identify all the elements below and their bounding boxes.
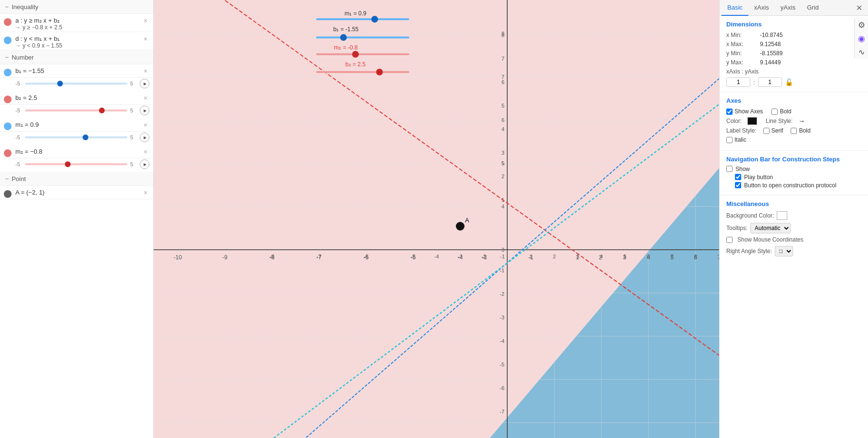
tab-basic[interactable]: Basic: [721, 0, 748, 16]
axes-title: Axes: [726, 97, 861, 104]
show-axes-checkbox[interactable]: [726, 109, 733, 115]
m2-thumb[interactable]: [352, 51, 359, 58]
svg-text:5: 5: [623, 254, 626, 259]
tooltips-select[interactable]: Automatic: [750, 223, 791, 233]
xmin-value: -10.8745: [760, 32, 782, 38]
b2-play-btn[interactable]: [140, 106, 149, 115]
point-section-header: − Point: [0, 172, 153, 186]
right-panel-close-btn[interactable]: ✕: [852, 1, 866, 14]
item-m2-dot: [4, 149, 12, 157]
nav-protocol-checkbox[interactable]: [735, 182, 741, 188]
item-A-dot: [4, 190, 12, 198]
item-d-close[interactable]: ×: [142, 35, 149, 43]
serif-cb-label[interactable]: Serif: [763, 127, 783, 134]
b1-slider-row: -5 5: [0, 78, 153, 91]
right-angle-select[interactable]: □: [775, 246, 793, 256]
item-A-close[interactable]: ×: [142, 189, 149, 196]
nav-show-checkbox[interactable]: [726, 166, 733, 172]
b2-graph-thumb[interactable]: [376, 69, 383, 75]
xmax-value: 9.12548: [760, 41, 781, 48]
right-tabs-bar: Basic xAxis yAxis Grid ✕: [720, 0, 868, 16]
m1-slider-thumb[interactable]: [83, 134, 88, 140]
axes-color-swatch[interactable]: [747, 117, 757, 125]
m1-thumb[interactable]: [371, 16, 378, 23]
xmin-row: x Min: -10.8745: [726, 32, 861, 38]
nav-play-checkbox[interactable]: [735, 174, 741, 180]
graph-svg[interactable]: -10 -9 -8 -7 -6 -5 -4 -3 -1 1 2 3 4 5 6 …: [154, 0, 719, 438]
b1-graph-thumb[interactable]: [340, 34, 347, 41]
palette-icon-btn[interactable]: ◉: [855, 32, 868, 45]
right-panel: Basic xAxis yAxis Grid ✕ ⚙ ◉ ∿ Dimension…: [719, 0, 868, 438]
bg-color-swatch[interactable]: [777, 211, 787, 220]
item-m1-close[interactable]: ×: [142, 121, 149, 129]
item-b2-close[interactable]: ×: [142, 94, 149, 102]
nav-show-text: Show: [735, 166, 750, 172]
b1-slider-track[interactable]: [25, 83, 127, 85]
item-a-close[interactable]: ×: [142, 17, 149, 24]
svg-text:-8: -8: [269, 254, 274, 259]
italic-cb-label[interactable]: Italic: [726, 136, 746, 143]
tooltips-label: Tooltips:: [726, 225, 747, 231]
nav-play-row: Play button: [726, 174, 861, 181]
tab-yaxis[interactable]: yAxis: [775, 0, 801, 16]
m2-slider-track[interactable]: [25, 163, 127, 165]
lock-icon[interactable]: 🔓: [785, 78, 793, 86]
serif-checkbox[interactable]: [763, 128, 770, 134]
nav-bar-title: Navigation Bar for Construction Steps: [726, 156, 861, 163]
italic-checkbox[interactable]: [726, 137, 733, 143]
dimensions-section: Dimensions x Min: -10.8745 x Max: 9.1254…: [720, 16, 868, 92]
b2-min-label: -5: [15, 108, 22, 113]
svg-text:8: 8: [694, 254, 697, 259]
item-d-dot: [4, 36, 12, 44]
ymax-value: 9.14449: [760, 59, 781, 66]
item-m2-close[interactable]: ×: [142, 148, 149, 156]
item-m1-dot: [4, 122, 12, 130]
number-collapse-btn[interactable]: −: [5, 53, 9, 61]
ymin-row: y Min: -8.15589: [726, 50, 861, 57]
m2-play-btn[interactable]: [140, 159, 149, 169]
function-icon-btn[interactable]: ∿: [855, 45, 868, 59]
arrow-sym-d: →: [15, 43, 21, 49]
m2-slider-thumb[interactable]: [65, 161, 71, 167]
svg-text:7: 7: [501, 56, 504, 61]
tab-grid[interactable]: Grid: [801, 0, 825, 16]
dimensions-title: Dimensions: [726, 21, 861, 28]
graph-canvas-area[interactable]: -10 -9 -8 -7 -6 -5 -4 -3 -1 1 2 3 4 5 6 …: [154, 0, 719, 438]
svg-text:-1: -1: [500, 254, 505, 259]
bold-cb-label[interactable]: Bold: [771, 108, 791, 115]
bold2-checkbox[interactable]: [791, 128, 797, 134]
gear-icon-btn[interactable]: ⚙: [855, 18, 868, 32]
ymin-label: y Min:: [726, 50, 760, 57]
arrow-sym-a: →: [15, 24, 21, 30]
right-angle-label: Right Angle Style:: [726, 248, 772, 255]
m1-slider-track[interactable]: [25, 136, 127, 138]
item-b1-close[interactable]: ×: [142, 67, 149, 75]
inequality-collapse-btn[interactable]: −: [5, 3, 9, 11]
item-m2: m₂ = −0.8 ×: [0, 145, 153, 158]
ratio-input-2[interactable]: [758, 77, 782, 87]
item-b1-dot: [4, 69, 12, 76]
mouse-coords-checkbox[interactable]: [726, 237, 733, 243]
b1-slider-thumb[interactable]: [57, 81, 63, 86]
inequality-section-header: − Inequality: [0, 0, 153, 14]
tab-xaxis[interactable]: xAxis: [748, 0, 775, 16]
svg-text:-4: -4: [500, 338, 504, 344]
m1-play-btn[interactable]: [140, 133, 149, 142]
point-collapse-btn[interactable]: −: [5, 175, 9, 182]
b2-slider-thumb[interactable]: [99, 108, 105, 113]
b1-play-btn[interactable]: [140, 79, 149, 88]
b2-slider-track[interactable]: [25, 110, 127, 111]
svg-text:6: 6: [647, 254, 650, 259]
m2-min-label: -5: [15, 161, 22, 167]
ratio-input-1[interactable]: [726, 77, 750, 87]
bold-axes-checkbox[interactable]: [771, 109, 778, 115]
show-axes-cb-label[interactable]: Show Axes: [726, 108, 763, 115]
svg-text:-7: -7: [500, 409, 504, 414]
point-A-dot[interactable]: [456, 222, 465, 231]
ymin-value: -8.15589: [760, 50, 782, 57]
svg-text:-7: -7: [317, 254, 321, 259]
right-icon-bar: ⚙ ◉ ∿: [854, 18, 868, 59]
line-style-value: →: [798, 117, 805, 125]
item-d-name: d : y < m₁ x + b₁: [15, 35, 142, 42]
bold2-cb-label[interactable]: Bold: [791, 127, 810, 134]
